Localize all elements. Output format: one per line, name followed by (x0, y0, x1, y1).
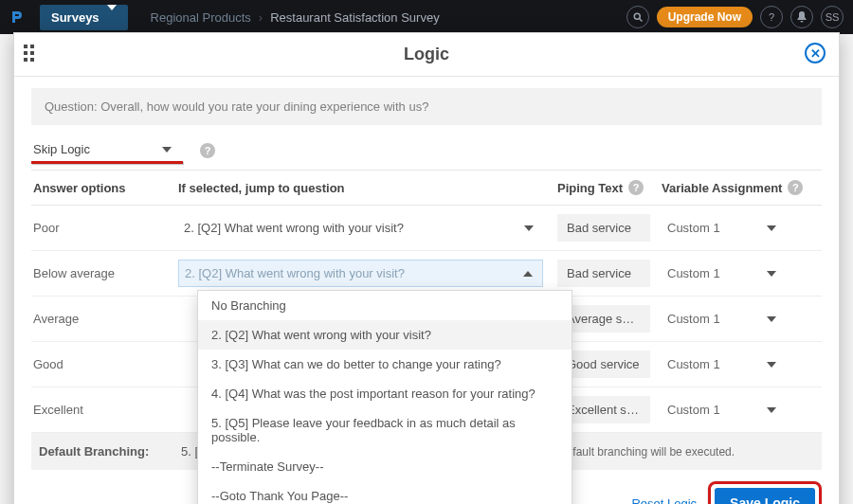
breadcrumb-survey[interactable]: Restaurant Satisfaction Survey (270, 10, 439, 25)
drag-handle-icon[interactable] (24, 45, 34, 62)
modal-title: Logic (404, 45, 449, 64)
dropdown-item[interactable]: 3. [Q3] What can we do better to change … (198, 350, 572, 379)
logic-type-select[interactable]: Skip Logic (31, 136, 173, 162)
header-jump: If selected, jump to question (178, 181, 557, 195)
answer-cell: Average (31, 312, 178, 326)
caret-down-icon (524, 225, 534, 231)
save-highlight: Save Logic (708, 481, 822, 504)
notifications-icon[interactable] (790, 6, 813, 28)
variable-select-value: Custom 1 (667, 266, 720, 280)
answer-cell: Excellent (31, 403, 178, 417)
dropdown-item[interactable]: 2. [Q2] What went wrong with your visit? (198, 320, 572, 350)
dropdown-item[interactable]: --Terminate Survey-- (198, 452, 572, 481)
reset-logic-button[interactable]: Reset Logic (631, 496, 697, 505)
variable-select[interactable]: Custom 1 (662, 262, 780, 284)
variable-select-value: Custom 1 (667, 357, 720, 371)
dropdown-item[interactable]: 5. [Q5] Please leave your feedback in as… (198, 408, 572, 452)
header-answer: Answer options (31, 181, 178, 195)
caret-down-icon (767, 271, 776, 277)
dropdown-item[interactable]: 4. [Q4] What was the post important reas… (198, 379, 572, 408)
question-banner: Question: Overall, how would you rate yo… (31, 88, 822, 125)
modal-header: Logic ✕ (14, 33, 839, 77)
jump-dropdown[interactable]: No Branching2. [Q2] What went wrong with… (197, 290, 572, 504)
caret-down-icon (162, 147, 172, 153)
surveys-menu[interactable]: Surveys (40, 5, 128, 30)
brand-logo[interactable] (9, 9, 27, 25)
header-variable: Variable Assignment ? (662, 180, 822, 195)
caret-down-icon (107, 10, 117, 25)
surveys-menu-label: Surveys (51, 10, 100, 25)
variable-select-value: Custom 1 (667, 403, 720, 417)
piping-text-input[interactable]: Bad service (557, 260, 650, 287)
close-button[interactable]: ✕ (805, 43, 826, 63)
svg-line-1 (639, 19, 642, 22)
jump-select[interactable]: 2. [Q2] What went wrong with your visit? (178, 215, 543, 241)
modal-body: Question: Overall, how would you rate yo… (14, 77, 839, 470)
answer-cell: Good (31, 357, 178, 371)
header-piping: Piping Text ? (557, 180, 662, 195)
svg-point-0 (634, 13, 640, 19)
search-icon[interactable] (626, 6, 649, 28)
variable-select[interactable]: Custom 1 (662, 308, 780, 330)
avatar[interactable]: SS (821, 6, 844, 28)
caret-down-icon (767, 225, 776, 231)
help-icon[interactable]: ? (760, 6, 783, 28)
table-header-row: Answer options If selected, jump to ques… (31, 171, 822, 206)
logic-modal: Logic ✕ Question: Overall, how would you… (13, 32, 840, 504)
help-icon[interactable]: ? (788, 180, 803, 195)
caret-down-icon (767, 316, 776, 322)
answer-cell: Below average (31, 266, 178, 280)
save-logic-button[interactable]: Save Logic (715, 488, 815, 504)
variable-select[interactable]: Custom 1 (662, 217, 780, 239)
jump-select-value: 2. [Q2] What went wrong with your visit? (185, 266, 405, 280)
dropdown-item[interactable]: No Branching (198, 291, 572, 320)
caret-up-icon (523, 271, 533, 277)
logic-type-label: Skip Logic (33, 142, 90, 156)
default-branching-label: Default Branching: (39, 444, 181, 459)
top-nav: Surveys Regional Products › Restaurant S… (0, 0, 853, 34)
default-branching-note: default branching will be executed. (560, 445, 814, 459)
chevron-right-icon: › (259, 10, 263, 25)
piping-text-input[interactable]: Bad service (557, 214, 650, 242)
variable-select-value: Custom 1 (667, 221, 720, 235)
dropdown-item[interactable]: --Goto Thank You Page-- (198, 481, 572, 504)
brand-icon (9, 9, 25, 25)
answer-cell: Poor (31, 221, 178, 235)
close-icon: ✕ (810, 46, 821, 61)
variable-select[interactable]: Custom 1 (662, 399, 780, 421)
table-row: Poor2. [Q2] What went wrong with your vi… (31, 206, 822, 251)
help-icon[interactable]: ? (628, 180, 644, 195)
variable-select[interactable]: Custom 1 (662, 353, 780, 375)
caret-down-icon (767, 362, 776, 368)
jump-select-value: 2. [Q2] What went wrong with your visit? (184, 221, 404, 235)
upgrade-button[interactable]: Upgrade Now (657, 7, 753, 27)
caret-down-icon (767, 407, 776, 413)
highlight-underline (31, 161, 183, 164)
help-icon[interactable]: ? (200, 143, 215, 158)
breadcrumb-project[interactable]: Regional Products (151, 10, 251, 25)
jump-select[interactable]: 2. [Q2] What went wrong with your visit? (178, 260, 543, 287)
variable-select-value: Custom 1 (667, 312, 720, 326)
